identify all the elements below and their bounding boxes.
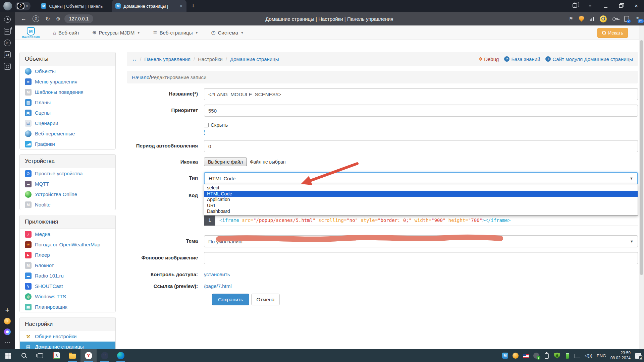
- type-option[interactable]: select: [204, 185, 638, 191]
- background-input[interactable]: [204, 252, 638, 264]
- language-indicator[interactable]: ENG: [597, 353, 606, 358]
- type-option[interactable]: URL: [204, 203, 638, 209]
- tab-homepages[interactable]: M Домашние страницы | ×: [112, 0, 186, 12]
- action-center-icon[interactable]: 2: [635, 353, 641, 359]
- notifications-icon[interactable]: ＊25: [635, 16, 641, 22]
- sidebar-item[interactable]: Простые устройства: [20, 168, 115, 179]
- history-icon[interactable]: [4, 16, 11, 23]
- side-panels-icon[interactable]: [567, 3, 582, 9]
- more-icon[interactable]: [4, 339, 11, 346]
- translate-doc-icon[interactable]: ✓: [624, 16, 629, 22]
- sidebar-item[interactable]: Объекты: [20, 66, 115, 76]
- clock[interactable]: 23:59 08.02.2024: [610, 351, 631, 361]
- search-button[interactable]: Искать: [597, 28, 628, 38]
- majordomo-logo[interactable]: M MAJORDOMO: [20, 26, 42, 39]
- code-editor[interactable]: 1 <iframe src="/popup/scenes/5.html" scr…: [204, 215, 638, 226]
- sidebar-item[interactable]: Плеер: [20, 250, 115, 260]
- back-icon[interactable]: ←: [21, 15, 26, 22]
- usb-drive-tray-icon[interactable]: [566, 353, 569, 359]
- sidebar-item[interactable]: Погода от OpenWeatherMap: [20, 239, 115, 250]
- sidebar-item[interactable]: Веб-переменные: [20, 128, 115, 139]
- sidebar-item[interactable]: Сценарии: [20, 118, 115, 128]
- headset-tray-icon[interactable]: [533, 353, 539, 359]
- type-option[interactable]: Application: [204, 197, 638, 203]
- circuit-app-button[interactable]: ∷: [97, 349, 113, 362]
- sidebar-item[interactable]: Noolite: [20, 199, 115, 210]
- save-button[interactable]: Сохранить: [212, 294, 249, 305]
- add-panel-icon[interactable]: +: [4, 307, 11, 314]
- restore-button[interactable]: [613, 3, 629, 9]
- yandex-home-icon[interactable]: Я: [33, 15, 39, 22]
- password-key-icon[interactable]: [612, 17, 619, 20]
- sidebar-item[interactable]: SHOUTCast: [20, 281, 115, 291]
- flag-tray-icon[interactable]: [523, 354, 529, 358]
- taskbar-search[interactable]: [16, 349, 32, 362]
- sidebar-item[interactable]: Устройства Online: [20, 189, 115, 199]
- sidebar-item[interactable]: Домашние страницы: [20, 342, 115, 349]
- choose-file-button[interactable]: Выберите файл: [204, 158, 247, 166]
- browser-menu-icon[interactable]: ≡: [582, 3, 598, 9]
- network-tray-icon[interactable]: [575, 354, 580, 358]
- calendar-icon[interactable]: 23: [4, 51, 11, 58]
- sidebar-item[interactable]: Графики: [20, 139, 115, 149]
- connection-bars-icon[interactable]: [590, 17, 594, 21]
- feed-icon[interactable]: [4, 28, 11, 35]
- alice-icon[interactable]: [4, 328, 11, 335]
- yandex-music-icon[interactable]: ♪: [4, 318, 11, 324]
- hide-checkbox[interactable]: [204, 123, 209, 127]
- screenshot-icon[interactable]: [4, 63, 11, 70]
- orange-app-tray-icon[interactable]: [513, 353, 519, 359]
- close-window-button[interactable]: ×: [629, 3, 644, 9]
- address-bar[interactable]: 127.0.0.1: [64, 14, 93, 23]
- refresh-icon[interactable]: ↻: [45, 15, 50, 22]
- priority-input[interactable]: [204, 105, 638, 117]
- sidebar-item[interactable]: Radio 101.ru: [20, 270, 115, 281]
- sidebar-item[interactable]: Медиа: [20, 229, 115, 239]
- edge-button[interactable]: [113, 349, 129, 362]
- sidebar-item[interactable]: Сцены: [20, 108, 115, 118]
- new-tab-button[interactable]: +: [191, 2, 195, 10]
- type-select[interactable]: HTML Code ▼: [204, 172, 638, 184]
- tab-counter[interactable]: 2 ▾: [15, 2, 31, 10]
- nav-item[interactable]: ≣Веб-страницы▼: [153, 29, 198, 36]
- cancel-button[interactable]: Отмена: [251, 294, 280, 305]
- breadcrumb-item-homepages[interactable]: Домашние страницы: [230, 56, 279, 62]
- start-button[interactable]: [0, 349, 16, 362]
- yandex-browser-button[interactable]: Y: [80, 349, 97, 362]
- profile-avatar[interactable]: [3, 2, 12, 10]
- page-scrollbar[interactable]: [639, 25, 644, 349]
- alice-search-icon[interactable]: [600, 15, 607, 22]
- nav-item[interactable]: ⌂Веб-сайт: [53, 29, 79, 36]
- sidebar-item[interactable]: Общие настройки: [20, 331, 115, 342]
- sidebar-item[interactable]: Меню управления: [20, 76, 115, 87]
- debug-link[interactable]: ✥ Debug: [479, 56, 499, 62]
- task-view-button[interactable]: [32, 349, 48, 362]
- breadcrumb-home-icon[interactable]: ↔: [132, 56, 137, 62]
- code-line[interactable]: <iframe src="/popup/scenes/5.html" scrol…: [215, 215, 638, 226]
- access-set-link[interactable]: установить: [204, 272, 230, 277]
- title-input[interactable]: [204, 88, 638, 100]
- theme-select[interactable]: По умолчанию ▼: [204, 235, 638, 247]
- majordomo-tray-icon[interactable]: M: [502, 353, 508, 359]
- file-explorer-button[interactable]: [64, 349, 80, 362]
- antivirus-shield-tray-icon[interactable]: [554, 353, 560, 359]
- info-icon[interactable]: i: [204, 130, 205, 135]
- close-tab-icon[interactable]: ×: [179, 3, 183, 9]
- sidebar-item[interactable]: Блокнот: [20, 260, 115, 270]
- sidebar-item[interactable]: MQTT: [20, 179, 115, 189]
- type-option[interactable]: Dashboard: [204, 208, 638, 215]
- scrollbar-thumb[interactable]: [640, 40, 643, 275]
- minimize-button[interactable]: [598, 3, 613, 9]
- sidebar-item[interactable]: Планы: [20, 97, 115, 108]
- sidebar-item[interactable]: Планировщик: [20, 302, 115, 312]
- nav-item[interactable]: ⊕Ресурсы MJDM▼: [92, 29, 140, 36]
- usb-tray-icon[interactable]: [545, 353, 549, 359]
- home-link[interactable]: Начало: [132, 74, 149, 80]
- module-site-link[interactable]: i Сайт модуля Домашние страницы: [545, 56, 633, 62]
- volume-tray-icon[interactable]: ◁))): [585, 353, 592, 359]
- type-option[interactable]: HTML Code: [204, 191, 638, 197]
- refresh-period-input[interactable]: [204, 140, 638, 152]
- preview-link[interactable]: /page/7.html: [204, 283, 232, 289]
- tab-scenes[interactable]: M Сцены | Объекты | Панель: [38, 0, 112, 12]
- sidebar-item[interactable]: Windows TTS: [20, 291, 115, 302]
